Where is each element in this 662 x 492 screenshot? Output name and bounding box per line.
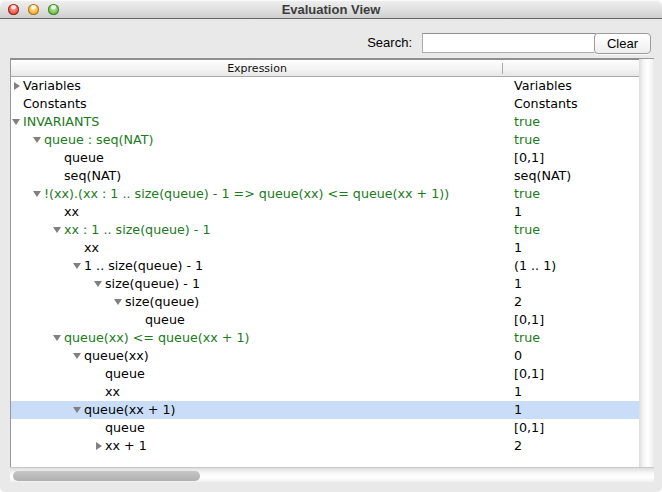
value-cell: Constants: [514, 95, 578, 113]
value-cell: 2: [514, 437, 522, 455]
value-cell: 1: [514, 401, 522, 419]
expression-cell: xx: [84, 239, 99, 257]
disclosure-triangle-collapsed-icon[interactable]: [96, 442, 102, 450]
tree-row[interactable]: queue(xx + 1)1: [11, 401, 639, 419]
disclosure-triangle-expanded-icon[interactable]: [53, 335, 61, 341]
titlebar[interactable]: Evaluation View: [0, 0, 662, 19]
expression-cell: xx : 1 .. size(queue) - 1: [64, 221, 211, 239]
disclosure-triangle-expanded-icon[interactable]: [53, 227, 61, 233]
value-cell: true: [514, 329, 540, 347]
tree-row[interactable]: queue[0,1]: [11, 311, 639, 329]
tree-row[interactable]: xx1: [11, 203, 639, 221]
tree-row[interactable]: VariablesVariables: [11, 77, 639, 95]
expression-cell: queue : seq(NAT): [44, 131, 153, 149]
disclosure-triangle-expanded-icon[interactable]: [33, 137, 41, 143]
disclosure-triangle-expanded-icon[interactable]: [73, 407, 81, 413]
expression-cell: Constants: [23, 95, 87, 113]
tree-row[interactable]: xx1: [11, 383, 639, 401]
value-cell: 1: [514, 383, 522, 401]
value-cell: true: [514, 113, 540, 131]
expression-cell: queue: [105, 419, 145, 437]
expression-cell: INVARIANTS: [23, 113, 99, 131]
expression-cell: queue(xx + 1): [84, 401, 175, 419]
expression-cell: xx: [105, 383, 120, 401]
vertical-scrollbar-track[interactable]: [639, 58, 654, 467]
tree-rows-container: VariablesVariablesConstantsConstantsINVA…: [10, 77, 639, 467]
value-cell: 2: [514, 293, 522, 311]
evaluation-tree-table: Expression VariablesVariablesConstantsCo…: [10, 58, 654, 482]
expression-cell: size(queue) - 1: [105, 275, 200, 293]
search-label: Search:: [367, 33, 412, 53]
horizontal-scrollbar-track[interactable]: [10, 467, 654, 482]
tree-row[interactable]: xx : 1 .. size(queue) - 1true: [11, 221, 639, 239]
expression-cell: queue: [145, 311, 185, 329]
value-cell: 1: [514, 239, 522, 257]
value-cell: [0,1]: [514, 149, 544, 167]
tree-row[interactable]: size(queue) - 11: [11, 275, 639, 293]
expression-cell: Variables: [23, 77, 81, 95]
value-cell: 1: [514, 203, 522, 221]
value-cell: Variables: [514, 77, 572, 95]
disclosure-triangle-collapsed-icon[interactable]: [14, 82, 20, 90]
tree-row[interactable]: size(queue)2: [11, 293, 639, 311]
expression-cell: xx + 1: [105, 437, 147, 455]
expression-cell: queue: [105, 365, 145, 383]
tree-row[interactable]: ConstantsConstants: [11, 95, 639, 113]
disclosure-triangle-expanded-icon[interactable]: [73, 353, 81, 359]
horizontal-scrollbar-thumb[interactable]: [13, 471, 200, 481]
value-cell: [0,1]: [514, 365, 544, 383]
expression-column-header[interactable]: Expression: [11, 60, 503, 76]
expression-cell: queue(xx) <= queue(xx + 1): [64, 329, 249, 347]
expression-cell: xx: [64, 203, 79, 221]
disclosure-triangle-expanded-icon[interactable]: [94, 281, 102, 287]
window-title: Evaluation View: [0, 0, 662, 18]
expression-cell: seq(NAT): [64, 167, 121, 185]
value-cell: true: [514, 131, 540, 149]
expression-cell: queue(xx): [84, 347, 149, 365]
disclosure-triangle-expanded-icon[interactable]: [73, 263, 81, 269]
disclosure-triangle-expanded-icon[interactable]: [12, 119, 20, 125]
expression-cell: queue: [64, 149, 104, 167]
table-header[interactable]: Expression: [10, 58, 639, 77]
tree-row[interactable]: 1 .. size(queue) - 1(1 .. 1): [11, 257, 639, 275]
evaluation-view-window: Evaluation View Search: Clear Expression…: [0, 0, 662, 492]
tree-row[interactable]: !(xx).(xx : 1 .. size(queue) - 1 => queu…: [11, 185, 639, 203]
disclosure-triangle-expanded-icon[interactable]: [114, 299, 122, 305]
disclosure-triangle-expanded-icon[interactable]: [33, 191, 41, 197]
expression-cell: 1 .. size(queue) - 1: [84, 257, 203, 275]
tree-row[interactable]: queue[0,1]: [11, 365, 639, 383]
tree-row[interactable]: queue(xx) <= queue(xx + 1)true: [11, 329, 639, 347]
value-cell: true: [514, 221, 540, 239]
value-cell: [0,1]: [514, 311, 544, 329]
tree-row[interactable]: xx + 12: [11, 437, 639, 455]
value-cell: 1: [514, 275, 522, 293]
value-cell: (1 .. 1): [514, 257, 556, 275]
search-input[interactable]: [422, 33, 596, 53]
tree-row[interactable]: queue : seq(NAT)true: [11, 131, 639, 149]
value-cell: seq(NAT): [514, 167, 571, 185]
tree-row[interactable]: queue[0,1]: [11, 419, 639, 437]
clear-button[interactable]: Clear: [594, 33, 651, 54]
tree-row[interactable]: xx1: [11, 239, 639, 257]
tree-row[interactable]: queue(xx)0: [11, 347, 639, 365]
tree-row[interactable]: INVARIANTStrue: [11, 113, 639, 131]
tree-row[interactable]: seq(NAT)seq(NAT): [11, 167, 639, 185]
column-divider[interactable]: [502, 63, 503, 74]
expression-cell: !(xx).(xx : 1 .. size(queue) - 1 => queu…: [44, 185, 449, 203]
tree-row[interactable]: queue[0,1]: [11, 149, 639, 167]
value-cell: 0: [514, 347, 522, 365]
expression-cell: size(queue): [125, 293, 199, 311]
value-cell: true: [514, 185, 540, 203]
value-cell: [0,1]: [514, 419, 544, 437]
